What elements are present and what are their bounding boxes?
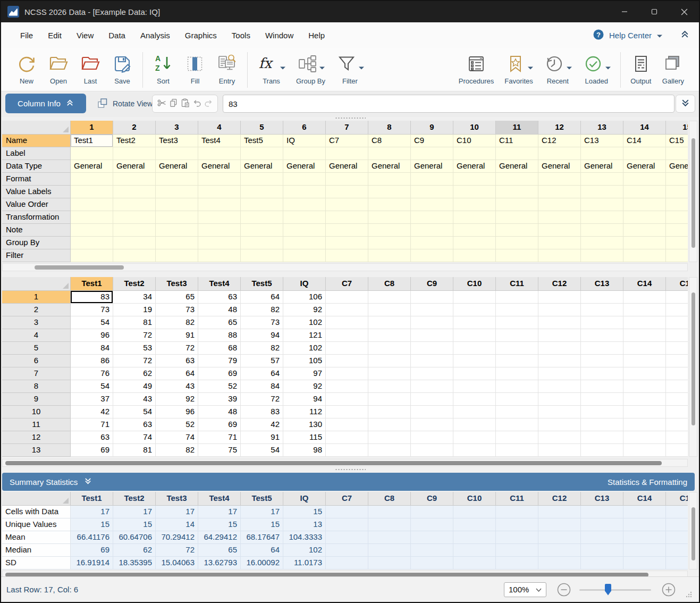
- data-cell[interactable]: 76: [71, 367, 113, 380]
- info-cell[interactable]: General: [368, 160, 411, 173]
- data-cell[interactable]: [581, 406, 623, 418]
- data-cell[interactable]: [411, 444, 453, 457]
- info-cell[interactable]: [71, 224, 113, 237]
- data-cell[interactable]: 42: [241, 418, 283, 431]
- data-cell[interactable]: [411, 406, 453, 418]
- data-cell[interactable]: 88: [198, 329, 241, 342]
- info-cell[interactable]: General: [581, 160, 623, 173]
- data-cell[interactable]: [453, 355, 496, 367]
- stats-column-header-c15[interactable]: C15: [666, 492, 688, 506]
- data-cell[interactable]: [368, 393, 411, 406]
- favorites-caret-icon[interactable]: [528, 63, 533, 72]
- data-cell[interactable]: [623, 304, 666, 316]
- data-cell[interactable]: [368, 431, 411, 444]
- menu-view[interactable]: View: [69, 28, 101, 43]
- info-row-header-filter[interactable]: Filter: [2, 249, 71, 262]
- info-row-header-transformation[interactable]: Transformation: [2, 211, 71, 224]
- info-row-header-note[interactable]: Note: [2, 224, 71, 237]
- data-cell[interactable]: 82: [156, 316, 198, 329]
- row-header-2[interactable]: 2: [2, 304, 71, 316]
- cut-icon[interactable]: [157, 98, 167, 110]
- info-cell[interactable]: [581, 186, 623, 198]
- column-header-c8[interactable]: C8: [368, 277, 411, 291]
- data-cell[interactable]: [623, 431, 666, 444]
- data-cell[interactable]: [623, 393, 666, 406]
- data-cell[interactable]: [453, 304, 496, 316]
- menu-file[interactable]: File: [13, 28, 40, 43]
- info-cell[interactable]: [666, 173, 688, 186]
- data-cell[interactable]: [326, 304, 368, 316]
- data-cell[interactable]: [623, 291, 666, 304]
- info-cell[interactable]: [623, 211, 666, 224]
- row-header-5[interactable]: 5: [2, 342, 71, 355]
- column-header-c9[interactable]: C9: [411, 277, 453, 291]
- data-cell[interactable]: [368, 355, 411, 367]
- column-number-header-10[interactable]: 10: [453, 121, 496, 135]
- column-number-header-11[interactable]: 11: [496, 121, 538, 135]
- info-cell[interactable]: [411, 147, 453, 160]
- info-cell[interactable]: [156, 173, 198, 186]
- info-cell[interactable]: [453, 237, 496, 249]
- info-cell[interactable]: [538, 224, 581, 237]
- info-cell[interactable]: [283, 249, 326, 262]
- info-cell[interactable]: [71, 211, 113, 224]
- data-cell[interactable]: 34: [113, 291, 156, 304]
- info-cell[interactable]: General: [241, 160, 283, 173]
- info-cell[interactable]: C11: [496, 135, 538, 147]
- loaded-caret-icon[interactable]: [605, 63, 611, 72]
- info-cell[interactable]: [326, 237, 368, 249]
- data-cell[interactable]: [326, 367, 368, 380]
- info-cell[interactable]: [113, 249, 156, 262]
- data-cell[interactable]: [581, 418, 623, 431]
- data-cell[interactable]: [496, 406, 538, 418]
- data-cell[interactable]: [326, 406, 368, 418]
- data-cell[interactable]: [411, 393, 453, 406]
- data-cell[interactable]: [368, 329, 411, 342]
- trans-caret-icon[interactable]: [280, 63, 285, 72]
- data-cell[interactable]: 112: [283, 406, 326, 418]
- info-cell[interactable]: [666, 249, 688, 262]
- sort-button[interactable]: AZSort: [147, 50, 179, 90]
- info-cell[interactable]: [411, 211, 453, 224]
- info-cell[interactable]: [666, 147, 688, 160]
- info-cell[interactable]: [666, 237, 688, 249]
- row-header-4[interactable]: 4: [2, 329, 71, 342]
- info-row-header-label[interactable]: Label: [2, 147, 71, 160]
- column-header-iq[interactable]: IQ: [283, 277, 326, 291]
- info-cell[interactable]: [241, 173, 283, 186]
- trans-button[interactable]: fxTrans: [252, 50, 291, 90]
- data-cell[interactable]: 19: [113, 304, 156, 316]
- info-cell[interactable]: [453, 173, 496, 186]
- data-cell[interactable]: [538, 355, 581, 367]
- data-cell[interactable]: 71: [71, 418, 113, 431]
- column-number-header-2[interactable]: 2: [113, 121, 156, 135]
- data-cell[interactable]: [666, 342, 688, 355]
- zoom-out-button[interactable]: [557, 583, 571, 597]
- data-cell[interactable]: [326, 380, 368, 393]
- info-cell[interactable]: [368, 173, 411, 186]
- data-cell[interactable]: [581, 291, 623, 304]
- column-header-test2[interactable]: Test2: [113, 277, 156, 291]
- stats-column-header-test4[interactable]: Test4: [198, 492, 241, 506]
- select-all-corner[interactable]: [2, 277, 71, 291]
- summary-splitter-handle[interactable]: [335, 468, 366, 471]
- zoom-slider-thumb[interactable]: [605, 584, 611, 596]
- data-cell[interactable]: [623, 444, 666, 457]
- column-number-header-1[interactable]: 1: [71, 121, 113, 135]
- info-cell[interactable]: [71, 249, 113, 262]
- stats-column-header-c11[interactable]: C11: [496, 492, 538, 506]
- data-cell[interactable]: [368, 380, 411, 393]
- column-header-c13[interactable]: C13: [581, 277, 623, 291]
- data-cell[interactable]: [623, 355, 666, 367]
- info-cell[interactable]: [156, 186, 198, 198]
- data-cell[interactable]: [411, 431, 453, 444]
- data-cell[interactable]: [623, 418, 666, 431]
- data-cell[interactable]: [581, 367, 623, 380]
- data-cell[interactable]: [453, 393, 496, 406]
- info-cell[interactable]: [538, 237, 581, 249]
- info-cell[interactable]: [538, 173, 581, 186]
- info-cell[interactable]: [496, 249, 538, 262]
- info-cell[interactable]: [453, 211, 496, 224]
- data-cell[interactable]: [453, 380, 496, 393]
- data-cell[interactable]: [368, 418, 411, 431]
